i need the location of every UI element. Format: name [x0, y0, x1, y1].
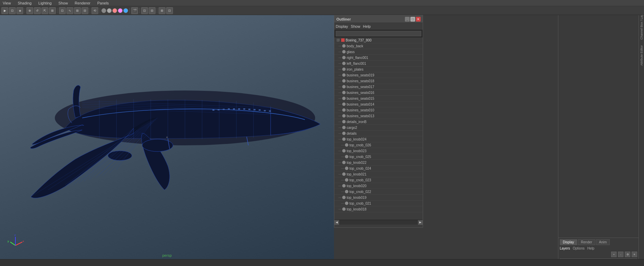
tree-row-iron-plates[interactable]: — iron_plates — [334, 66, 423, 72]
sep2 — [57, 8, 58, 13]
toolbar-move[interactable]: ⊕ — [26, 7, 33, 14]
tree-row-top-knob024[interactable]: — top_knob024 — [334, 136, 423, 142]
tree-indent: — — [336, 207, 342, 211]
outliner-tree[interactable]: Boeing_737_800 — body_back — glass — rig… — [334, 37, 423, 220]
menu-panels[interactable]: Panels — [96, 1, 110, 5]
layer-tab-render[interactable]: Render — [578, 239, 595, 245]
tree-row-busines015[interactable]: — busines_seats015 — [334, 96, 423, 101]
color-circle-2[interactable] — [107, 8, 112, 13]
toolbar-render-icon[interactable]: 🎬 — [131, 7, 138, 14]
layer-subtab-help[interactable]: Help — [587, 246, 594, 250]
toolbar-lasso[interactable]: ⊡ — [9, 7, 16, 14]
toolbar-snap-point[interactable]: ⊞ — [74, 7, 81, 14]
layer-create-btn[interactable]: + — [611, 252, 617, 257]
outliner-menu-help[interactable]: Help — [363, 24, 371, 28]
scroll-left-arrow[interactable]: ◀ — [334, 220, 339, 225]
tree-label-top-knob023: top_knob023 — [347, 149, 367, 153]
channel-box-panel: Channel Box / Layer Editor ⊟ ⊞ ⊡ ▶ Chann… — [558, 0, 639, 266]
layer-options-btn[interactable]: ⚙ — [625, 252, 630, 257]
tree-row-busines019[interactable]: — busines_seats019 — [334, 72, 423, 78]
outliner-menu-display[interactable]: Display — [336, 24, 348, 28]
layer-delete-btn[interactable]: - — [618, 252, 623, 257]
color-circle-4[interactable] — [118, 8, 123, 13]
menu-show[interactable]: Show — [57, 1, 70, 5]
tree-row-details-ironB[interactable]: — details_ironB — [334, 119, 423, 125]
tree-obj-icon — [342, 108, 346, 112]
color-circle-5[interactable] — [123, 8, 128, 13]
toolbar-scale[interactable]: ⇱ — [41, 7, 48, 14]
toolbar-snap-curve[interactable]: ∿ — [66, 7, 73, 14]
toolbar-misc1[interactable]: ⊞ — [159, 7, 165, 14]
layer-subtab-layers[interactable]: Layers — [560, 246, 570, 250]
outliner-horizontal-scrollbar: ◀ ▶ — [334, 220, 423, 225]
tree-row-busines016[interactable]: — busines_seats016 — [334, 90, 423, 96]
tree-row-top-knob021[interactable]: — top_knob021 — [334, 171, 423, 177]
toolbar-snap-surface[interactable]: ⊟ — [82, 7, 88, 14]
layer-sort-btn[interactable]: ≡ — [632, 252, 637, 257]
layer-tab-anim[interactable]: Anim — [596, 239, 610, 245]
menu-view[interactable]: View — [1, 1, 12, 5]
outliner-titlebar: Outliner _ □ ✕ — [334, 15, 423, 23]
tree-row-top-cnob021[interactable]: — top_cnob_021 — [334, 201, 423, 206]
tree-row-top-cnob022[interactable]: — top_cnob_022 — [334, 189, 423, 195]
svg-line-48 — [15, 242, 22, 245]
outliner-search-input[interactable] — [336, 31, 421, 36]
tree-row-busines017[interactable]: — busines_seats017 — [334, 84, 423, 90]
tree-row-boeing[interactable]: Boeing_737_800 — [334, 37, 423, 43]
menu-shading[interactable]: Shading — [16, 1, 33, 5]
tree-row-top-cnob026[interactable]: — top_cnob_026 — [334, 142, 423, 148]
tree-row-busines010[interactable]: — busines_seats010 — [334, 107, 423, 113]
outliner-menubar: Display Show Help — [334, 23, 423, 30]
toolbar-universal[interactable]: ⊞ — [49, 7, 56, 14]
tree-row-busines013[interactable]: — busines_seats013 — [334, 113, 423, 119]
tree-row-top-cnob025[interactable]: — top_cnob_025 — [334, 154, 423, 160]
menu-lighting[interactable]: Lighting — [37, 1, 53, 5]
color-circle-3[interactable] — [112, 8, 117, 13]
tree-row-left-flanc[interactable]: — left_flanc001 — [334, 61, 423, 66]
tree-indent: — — [336, 102, 342, 106]
outliner-minimize-btn[interactable]: _ — [405, 17, 410, 22]
sep5 — [129, 8, 130, 13]
tree-obj-icon — [345, 202, 348, 205]
tree-indent: — — [336, 137, 342, 141]
toolbar-misc2[interactable]: ⊡ — [166, 7, 173, 14]
scroll-track-h[interactable] — [339, 221, 418, 224]
tree-row-glass[interactable]: — glass — [334, 49, 423, 55]
tree-row-top-knob020[interactable]: — top_knob020 — [334, 183, 423, 189]
outliner-menu-show[interactable]: Show — [351, 24, 360, 28]
toolbar-select[interactable]: ▶ — [1, 7, 8, 14]
toolbar-history[interactable]: ⟲ — [91, 7, 98, 14]
tree-label-details: details — [347, 132, 357, 135]
scroll-right-arrow[interactable]: ▶ — [418, 220, 423, 225]
layer-tab-display[interactable]: Display — [560, 239, 577, 245]
outliner-maximize-btn[interactable]: □ — [410, 17, 415, 22]
layer-subtab-options[interactable]: Options — [573, 246, 584, 250]
tree-row-top-cnob023[interactable]: — top_cnob_023 — [334, 177, 423, 183]
tree-row-top-cnob024[interactable]: — top_cnob_024 — [334, 166, 423, 171]
tree-row-top-knob018[interactable]: — top_knob018 — [334, 206, 423, 212]
tree-indent: — — [336, 97, 342, 100]
tree-indent: — — [336, 85, 342, 88]
menu-renderer[interactable]: Renderer — [73, 1, 92, 5]
tree-obj-icon — [342, 44, 346, 48]
viewport-3d[interactable]: x y z + persp — [0, 15, 334, 259]
tree-row-top-knob022[interactable]: — top_knob022 — [334, 160, 423, 166]
toolbar-paint[interactable]: ◈ — [16, 7, 23, 14]
toolbar-rotate[interactable]: ↺ — [34, 7, 41, 14]
tree-row-top-knob019[interactable]: — top_knob019 — [334, 195, 423, 201]
toolbar-cam2[interactable]: ⊟ — [149, 7, 156, 14]
tree-row-busines014[interactable]: — busines_seats014 — [334, 101, 423, 107]
tree-row-details[interactable]: — details — [334, 131, 423, 136]
toolbar-cam1[interactable]: ⊡ — [141, 7, 148, 14]
attribute-editor-vertical-tab[interactable]: Attribute Editor — [639, 43, 644, 69]
tree-indent: — — [336, 44, 342, 48]
outliner-close-btn[interactable]: ✕ — [416, 17, 421, 22]
tree-row-cargo2[interactable]: — cargo2 — [334, 125, 423, 131]
tree-row-right-flanc[interactable]: — right_flanc001 — [334, 55, 423, 61]
toolbar-snap-grid[interactable]: ⊡ — [59, 7, 66, 14]
color-circle-1[interactable] — [101, 8, 106, 13]
tree-row-body-back[interactable]: — body_back — [334, 43, 423, 49]
tree-row-top-knob023[interactable]: — top_knob023 — [334, 148, 423, 154]
tree-row-busines018[interactable]: — busines_seats018 — [334, 78, 423, 84]
tree-label-busines013: busines_seats013 — [347, 114, 374, 118]
